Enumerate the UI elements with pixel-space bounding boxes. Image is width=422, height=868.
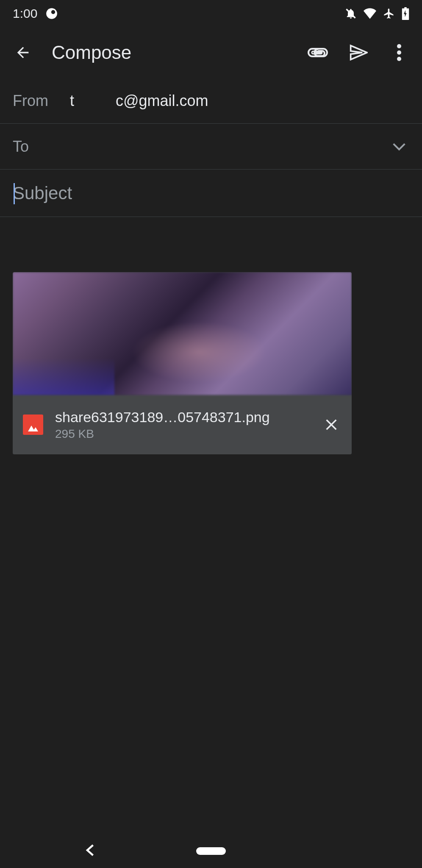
from-label: From [13,92,53,110]
to-input[interactable] [70,138,389,156]
from-email-part1: t [70,92,74,110]
to-row: To [0,124,422,170]
attachment-info: share631973189…05748371.png 295 KB [13,395,352,454]
svg-point-1 [51,10,55,14]
svg-point-5 [397,50,401,55]
subject-row [0,170,422,217]
app-bar-actions [308,42,409,63]
attach-button[interactable] [308,42,328,63]
svg-point-6 [397,57,401,61]
nav-back-button[interactable] [85,844,95,858]
from-email-part2: c@gmail.com [116,92,208,110]
more-vert-icon [397,44,401,61]
chevron-down-icon [392,142,406,151]
more-options-button[interactable] [389,42,409,63]
page-title: Compose [52,42,289,63]
svg-rect-3 [312,51,322,54]
send-icon [349,43,368,62]
attachment-filename: share631973189…05748371.png [55,409,309,426]
compose-body[interactable]: share631973189…05748371.png 295 KB [0,272,422,454]
image-type-icon [23,415,43,435]
from-email: t c@gmail.com [70,92,208,110]
wifi-icon [364,8,376,19]
app-notification-icon [46,8,58,19]
status-bar: 1:00 [0,0,422,27]
attachment-preview[interactable] [13,272,352,395]
status-time: 1:00 [13,6,37,21]
arrow-back-icon [14,44,31,61]
subject-input[interactable] [13,183,409,203]
chevron-left-icon [85,844,95,857]
status-right [345,7,409,20]
to-label: To [13,138,53,156]
attachment-card: share631973189…05748371.png 295 KB [13,272,352,454]
app-bar: Compose [0,27,422,78]
close-icon [324,417,339,432]
airplane-icon [383,8,395,19]
back-button[interactable] [13,42,33,63]
paperclip-icon [307,46,329,59]
remove-attachment-button[interactable] [321,415,341,435]
attachment-details: share631973189…05748371.png 295 KB [55,409,309,441]
attachment-size: 295 KB [55,427,309,441]
expand-recipients-button[interactable] [389,136,409,157]
battery-charging-icon [402,7,409,20]
send-button[interactable] [348,42,369,63]
status-left: 1:00 [13,6,58,21]
svg-point-4 [397,44,401,48]
system-nav-bar [0,834,422,868]
text-cursor [14,183,15,204]
dnd-off-icon [345,8,357,19]
from-row[interactable]: From t c@gmail.com [0,78,422,124]
nav-home-pill[interactable] [196,847,226,855]
svg-point-0 [47,8,58,19]
